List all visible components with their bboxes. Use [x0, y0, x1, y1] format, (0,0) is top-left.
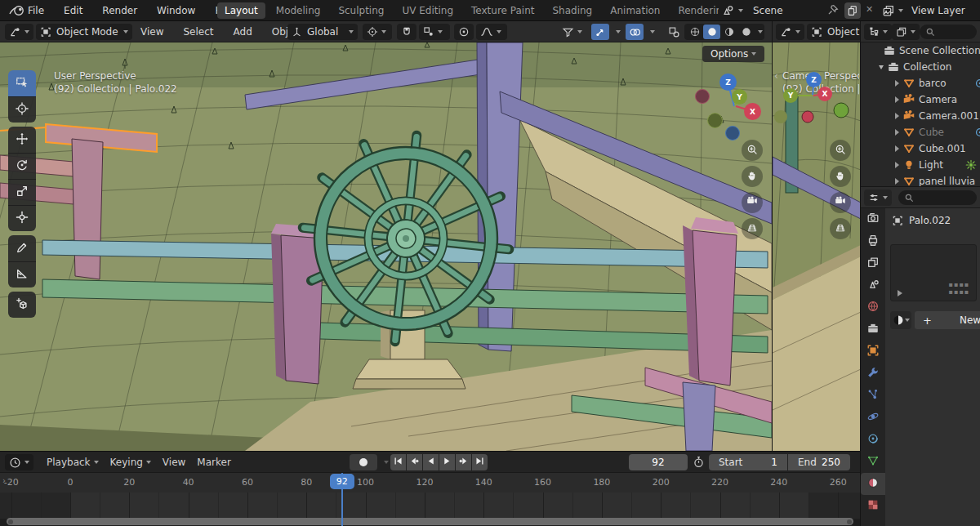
- axis-neg-x[interactable]: [695, 89, 710, 104]
- expander-icon[interactable]: [895, 178, 899, 185]
- expander-icon[interactable]: [895, 162, 899, 168]
- options-button[interactable]: Options: [702, 46, 764, 62]
- camera-editor-type-button[interactable]: [776, 24, 804, 40]
- tab-layout[interactable]: Layout: [217, 2, 265, 19]
- jump-start-button[interactable]: [390, 454, 406, 470]
- tab-shading[interactable]: Shading: [545, 2, 599, 19]
- scene-selector[interactable]: Scene: [722, 0, 783, 21]
- properties-breadcrumb[interactable]: Palo.022: [892, 215, 980, 226]
- current-frame-field[interactable]: 92: [629, 454, 688, 470]
- shading-rendered-button[interactable]: [737, 25, 755, 39]
- properties-tab-modifiers[interactable]: [861, 363, 885, 385]
- properties-tab-material[interactable]: [861, 473, 885, 495]
- timeline-editor-type-button[interactable]: [5, 454, 33, 470]
- snap-toggle[interactable]: [397, 24, 416, 40]
- outliner-row-barco[interactable]: barco: [861, 75, 980, 91]
- pivot-dropdown[interactable]: [363, 24, 392, 40]
- properties-tab-constraints[interactable]: [861, 429, 885, 451]
- tab-texture-paint[interactable]: Texture Paint: [464, 2, 541, 19]
- gizmos-toggle[interactable]: [591, 24, 609, 40]
- properties-search-input[interactable]: [898, 190, 977, 205]
- timeline-menu-keying[interactable]: Keying: [105, 457, 157, 468]
- material-browse-button[interactable]: [890, 311, 911, 329]
- view-layer-selector[interactable]: View Layer: [882, 0, 965, 21]
- unlink-scene-icon[interactable]: ✕: [866, 4, 873, 15]
- outliner-row-cube-001[interactable]: Cube.001: [861, 140, 980, 157]
- grip-dots-icon[interactable]: ▪▪▪▪▪▪▪▪: [948, 281, 969, 296]
- expander-icon[interactable]: [895, 145, 899, 152]
- pin-icon[interactable]: [826, 4, 839, 16]
- outliner-row-camera[interactable]: Camera: [861, 91, 980, 108]
- prev-keyframe-button[interactable]: [407, 454, 422, 470]
- axis-neg-y[interactable]: [707, 113, 723, 128]
- cam-axis-y[interactable]: Y: [783, 88, 798, 103]
- tab-sculpting[interactable]: Sculpting: [331, 2, 391, 19]
- properties-tab-output[interactable]: [861, 230, 885, 252]
- orientation-dropdown[interactable]: Global: [287, 24, 358, 40]
- expander-icon[interactable]: [895, 129, 899, 136]
- cam-axis-z[interactable]: Z: [806, 72, 822, 87]
- zoom-nav-button[interactable]: [830, 140, 851, 161]
- outliner-row-light[interactable]: Light: [861, 157, 980, 173]
- purple-post-lower-right[interactable]: [683, 382, 715, 451]
- expander-icon[interactable]: [879, 65, 884, 69]
- viewport-scene[interactable]: [0, 42, 772, 451]
- pink-post-left[interactable]: [72, 139, 103, 279]
- outliner-row-scene-collection[interactable]: Scene Collection: [861, 42, 980, 59]
- overlays-chevron[interactable]: [650, 30, 655, 33]
- viewport-menu-add[interactable]: Add: [232, 25, 254, 39]
- tab-animation[interactable]: Animation: [603, 2, 667, 19]
- tool-rotate[interactable]: [8, 153, 36, 179]
- properties-tab-object[interactable]: [861, 341, 885, 363]
- viewport-camera[interactable]: Object Mode ‹ Camera Perspective (92) Co…: [772, 21, 860, 451]
- next-keyframe-button[interactable]: [456, 454, 471, 470]
- timeline-menu-playback[interactable]: Playback: [41, 457, 105, 468]
- shading-chevron[interactable]: [758, 30, 763, 33]
- tab-rendering[interactable]: Rendering: [670, 2, 719, 19]
- outliner-editor-type-button[interactable]: [864, 24, 892, 40]
- auto-keying-button[interactable]: [350, 454, 377, 470]
- auto-keying-chevron[interactable]: [384, 461, 389, 464]
- menu-file[interactable]: File: [26, 3, 46, 18]
- pink-post-right[interactable]: [693, 230, 737, 386]
- viewport-menu-select[interactable]: Select: [181, 25, 215, 39]
- outliner-row-panel-lluvia[interactable]: panel lluvia: [861, 173, 980, 186]
- light-data-icon[interactable]: [964, 158, 978, 172]
- tab-modeling[interactable]: Modeling: [269, 2, 328, 19]
- pedestal-base[interactable]: [353, 379, 466, 389]
- axis-x[interactable]: X: [744, 103, 761, 120]
- tool-add-cube[interactable]: [8, 292, 36, 318]
- camera-navigation-gizmo[interactable]: Y Z X: [782, 70, 840, 119]
- summary-toggle-chevron[interactable]: ›: [2, 476, 6, 485]
- material-slot-list[interactable]: ▪▪▪▪▪▪▪▪: [890, 244, 977, 301]
- zoom-nav-button[interactable]: [742, 140, 763, 161]
- tool-transform[interactable]: [8, 205, 36, 231]
- slot-expander-icon[interactable]: [898, 290, 902, 296]
- shading-solid-button[interactable]: [703, 25, 720, 39]
- tool-annotate[interactable]: [8, 235, 36, 261]
- menu-window[interactable]: Window: [155, 3, 197, 18]
- camera-nav-button[interactable]: [742, 192, 763, 213]
- mesh-data-cut-icon[interactable]: [973, 77, 980, 90]
- camera-nav-button[interactable]: [830, 192, 851, 213]
- axis-y[interactable]: Y: [732, 89, 747, 105]
- sidebar-toggle-chevron[interactable]: ‹: [774, 70, 778, 82]
- new-scene-icon[interactable]: [844, 2, 861, 19]
- xray-toggle[interactable]: [665, 24, 683, 40]
- properties-tab-data[interactable]: [861, 451, 885, 473]
- outliner-row-camera-001[interactable]: Camera.001: [861, 108, 980, 124]
- mode-dropdown[interactable]: Object Mode: [36, 24, 132, 40]
- grid-nav-button[interactable]: [742, 218, 763, 239]
- timeline-menu-view[interactable]: View: [157, 457, 191, 468]
- mesh-data-cut-icon[interactable]: [973, 126, 980, 139]
- proportional-editing-toggle[interactable]: [454, 24, 474, 40]
- tool-select-box[interactable]: [8, 70, 36, 96]
- axis-z[interactable]: Z: [719, 74, 737, 91]
- shading-material-button[interactable]: [720, 25, 737, 39]
- jump-end-button[interactable]: [472, 454, 488, 470]
- playhead-label[interactable]: 92: [330, 474, 354, 489]
- outliner-display-mode-button[interactable]: [892, 24, 920, 40]
- frame-end-field[interactable]: End 250: [788, 454, 850, 470]
- tool-move[interactable]: [8, 127, 36, 153]
- expander-icon[interactable]: [895, 80, 899, 87]
